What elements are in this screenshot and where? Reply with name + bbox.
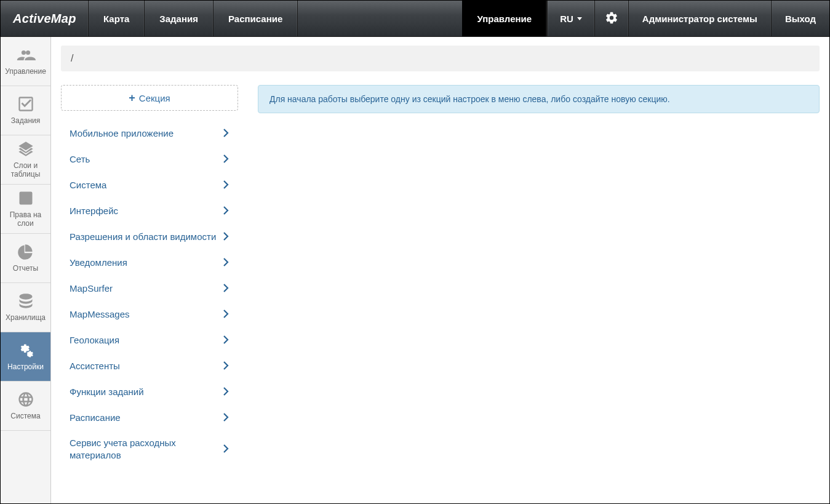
section-item-consumables-service[interactable]: Сервис учета расходных материалов — [61, 431, 238, 468]
section-item-label: Сеть — [70, 153, 96, 166]
section-item-label: Функции заданий — [70, 386, 150, 398]
database-icon — [16, 292, 36, 311]
chevron-right-icon — [223, 310, 229, 320]
sidebar-item-label: Система — [10, 412, 40, 421]
section-list: Мобильное приложение Сеть Система Интерф… — [61, 121, 238, 468]
chevron-right-icon — [223, 258, 229, 268]
settings-gear-button[interactable] — [595, 1, 629, 36]
sidebar-item-reports[interactable]: Отчеты — [1, 234, 50, 283]
section-item-notifications[interactable]: Уведомления — [61, 250, 238, 276]
section-item-label: Разрешения и области видимости — [70, 231, 222, 243]
chevron-right-icon — [223, 284, 229, 294]
sidebar-item-label: Управление — [5, 68, 46, 76]
info-message: Для начала работы выберите одну из секци… — [258, 85, 820, 113]
caret-down-icon — [577, 17, 582, 20]
sidebar-item-storages[interactable]: Хранилища — [1, 283, 50, 332]
section-item-mobile-app[interactable]: Мобильное приложение — [61, 121, 238, 146]
section-item-label: MapMessages — [70, 308, 136, 321]
section-item-label: Сервис учета расходных материалов — [70, 437, 223, 462]
sections-column: + Секция Мобильное приложение Сеть Систе… — [61, 85, 238, 468]
chevron-right-icon — [223, 444, 229, 455]
top-nav: Карта Задания Расписание — [89, 1, 298, 36]
sidebar-item-label: Настройки — [7, 363, 44, 372]
sidebar-item-label: Задания — [11, 117, 40, 126]
chevron-right-icon — [223, 154, 229, 165]
section-item-label: Мобильное приложение — [70, 127, 180, 140]
document-icon — [16, 190, 36, 209]
section-item-label: Ассистенты — [70, 360, 126, 372]
users-icon — [16, 46, 36, 65]
main-content: / + Секция Мобильное приложение Сеть — [51, 37, 829, 503]
section-item-label: Интерфейс — [70, 205, 124, 217]
top-nav-management[interactable]: Управление — [462, 1, 547, 36]
chevron-right-icon — [223, 413, 229, 423]
section-item-schedule[interactable]: Расписание — [61, 405, 238, 431]
breadcrumb: / — [61, 46, 820, 71]
top-nav-tasks[interactable]: Задания — [145, 1, 213, 36]
sidebar-item-label: Отчеты — [13, 265, 38, 273]
logout-button[interactable]: Выход — [772, 1, 829, 36]
chevron-right-icon — [223, 232, 229, 242]
left-sidebar: Управление Задания Слои и таблицы Права … — [1, 37, 51, 503]
sidebar-item-layers[interactable]: Слои и таблицы — [1, 135, 50, 185]
sidebar-item-tasks[interactable]: Задания — [1, 86, 50, 135]
sidebar-item-label: Слои и таблицы — [2, 162, 49, 179]
app-logo: ActiveMap — [1, 1, 89, 36]
chevron-right-icon — [223, 387, 229, 398]
language-label: RU — [560, 14, 573, 24]
chevron-right-icon — [223, 206, 229, 217]
section-item-geolocation[interactable]: Геолокация — [61, 327, 238, 353]
section-item-system[interactable]: Система — [61, 172, 238, 198]
top-nav-map[interactable]: Карта — [89, 1, 145, 36]
chevron-right-icon — [223, 361, 229, 372]
sidebar-item-layer-rights[interactable]: Права на слои — [1, 185, 50, 234]
section-item-label: MapSurfer — [70, 282, 119, 295]
section-item-mapmessages[interactable]: MapMessages — [61, 302, 238, 327]
sidebar-item-system[interactable]: Система — [1, 382, 50, 431]
chevron-right-icon — [223, 335, 229, 346]
layers-icon — [16, 140, 36, 159]
sidebar-item-settings[interactable]: Настройки — [1, 332, 50, 382]
section-item-permissions[interactable]: Разрешения и области видимости — [61, 224, 238, 250]
globe-icon — [16, 391, 36, 410]
sidebar-item-management[interactable]: Управление — [1, 37, 50, 86]
chevron-right-icon — [223, 129, 229, 139]
top-header: ActiveMap Карта Задания Расписание Управ… — [1, 1, 829, 37]
section-item-label: Система — [70, 179, 113, 191]
section-item-interface[interactable]: Интерфейс — [61, 198, 238, 224]
sidebar-item-label: Хранилища — [6, 314, 46, 322]
checkbox-icon — [16, 95, 36, 114]
user-name[interactable]: Администратор системы — [629, 1, 772, 36]
language-selector[interactable]: RU — [547, 1, 595, 36]
top-nav-schedule[interactable]: Расписание — [213, 1, 298, 36]
header-right: Управление RU Администратор системы Выхо… — [462, 1, 829, 36]
add-section-label: Секция — [139, 93, 170, 103]
gears-icon — [16, 342, 36, 361]
section-item-label: Уведомления — [70, 257, 134, 269]
section-item-network[interactable]: Сеть — [61, 146, 238, 172]
section-item-mapsurfer[interactable]: MapSurfer — [61, 276, 238, 302]
add-section-button[interactable]: + Секция — [61, 85, 238, 111]
details-column: Для начала работы выберите одну из секци… — [258, 85, 820, 468]
pie-chart-icon — [16, 243, 36, 262]
sidebar-item-label: Права на слои — [2, 211, 49, 228]
gear-icon — [605, 11, 618, 26]
section-item-assistants[interactable]: Ассистенты — [61, 353, 238, 379]
section-item-label: Расписание — [70, 412, 127, 424]
section-item-label: Геолокация — [70, 334, 126, 346]
plus-icon: + — [129, 92, 135, 105]
section-item-task-functions[interactable]: Функции заданий — [61, 379, 238, 405]
chevron-right-icon — [223, 180, 229, 191]
